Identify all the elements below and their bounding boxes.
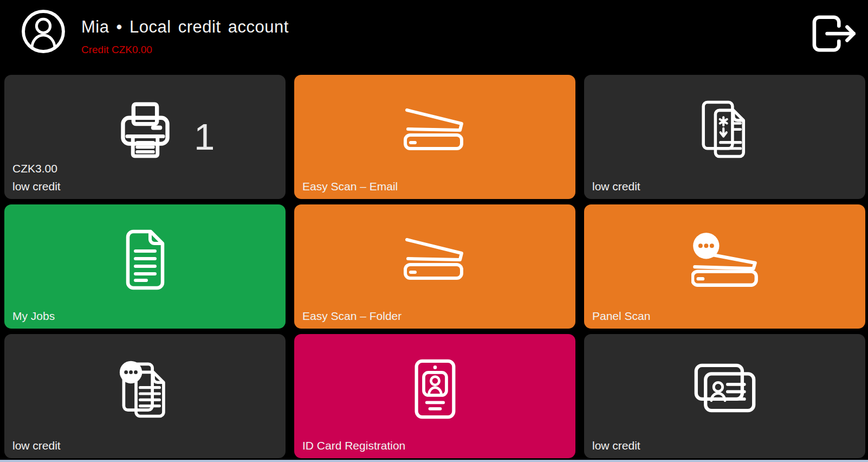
tile-status-label: low credit bbox=[592, 439, 640, 452]
id-badge-icon bbox=[294, 334, 575, 444]
job-count-badge: 1 bbox=[194, 118, 215, 156]
tile-grid: 1 CZK3.00 low credit Easy Scan – Email bbox=[4, 75, 865, 458]
tile-easy-scan-email[interactable]: Easy Scan – Email bbox=[294, 75, 575, 199]
print-all-documents-icon bbox=[584, 75, 865, 185]
tile-print[interactable]: 1 CZK3.00 low credit bbox=[4, 75, 286, 199]
header: Mia • Local credit account Credit CZK0.0… bbox=[0, 0, 868, 75]
tile-my-jobs[interactable]: My Jobs bbox=[4, 204, 286, 329]
header-text-block: Mia • Local credit account Credit CZK0.0… bbox=[81, 17, 289, 56]
flatbed-scanner-icon bbox=[294, 204, 575, 315]
tile-label: Easy Scan – Email bbox=[302, 180, 398, 193]
id-cards-icon bbox=[584, 334, 865, 444]
tile-id-card-registration[interactable]: ID Card Registration bbox=[294, 334, 575, 458]
tile-id-cards-low-credit[interactable]: low credit bbox=[584, 334, 865, 458]
user-avatar-icon[interactable] bbox=[21, 9, 66, 54]
flatbed-scanner-icon bbox=[294, 75, 575, 185]
tile-documents-low-credit[interactable]: low credit bbox=[4, 334, 286, 458]
tile-status-label: low credit bbox=[12, 180, 61, 193]
tile-panel-scan[interactable]: Panel Scan bbox=[584, 204, 865, 329]
tile-label: ID Card Registration bbox=[302, 439, 405, 452]
tile-label: Easy Scan – Folder bbox=[302, 310, 401, 323]
tile-label: Panel Scan bbox=[592, 310, 650, 323]
tile-print-all[interactable]: low credit bbox=[584, 75, 865, 199]
tile-credit-amount: CZK3.00 bbox=[12, 162, 61, 175]
credit-status: Credit CZK0.00 bbox=[81, 44, 289, 56]
page-title: Mia • Local credit account bbox=[81, 17, 289, 37]
bottom-edge-strip bbox=[0, 460, 868, 462]
tile-label: My Jobs bbox=[12, 310, 55, 323]
tile-status-label: low credit bbox=[12, 439, 61, 452]
logout-button[interactable] bbox=[804, 7, 860, 61]
documents-message-icon bbox=[4, 334, 286, 444]
scanner-message-icon bbox=[584, 204, 865, 315]
document-icon bbox=[4, 204, 286, 315]
tile-easy-scan-folder[interactable]: Easy Scan – Folder bbox=[294, 204, 575, 329]
tile-status-label: low credit bbox=[592, 180, 640, 193]
